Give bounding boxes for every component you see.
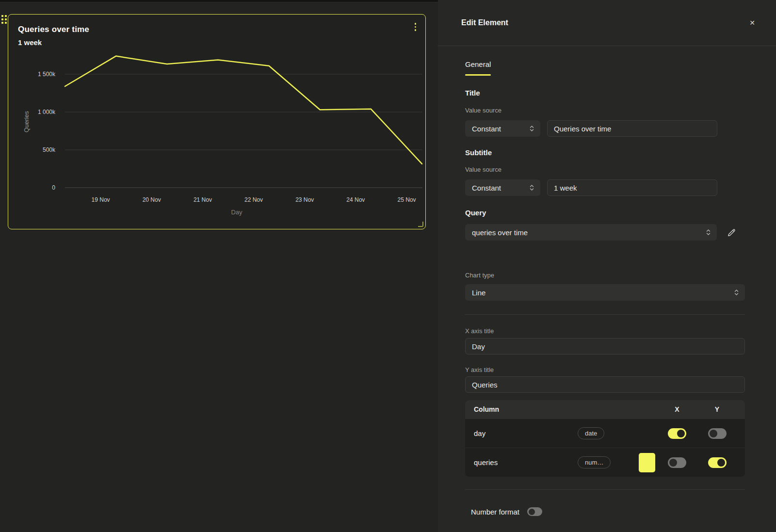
- subtitle-section-heading: Subtitle: [465, 148, 745, 157]
- column-type-badge: num…: [578, 456, 611, 468]
- line-chart: 0500k1 000k1 500k19 Nov20 Nov21 Nov22 No…: [8, 15, 426, 230]
- tab-bar: General: [457, 60, 745, 76]
- close-icon[interactable]: ✕: [747, 17, 758, 28]
- columns-table-header: Column X Y: [465, 400, 745, 419]
- divider: [465, 314, 745, 315]
- x-axis-toggle[interactable]: [668, 457, 686, 468]
- y-axis-title-input[interactable]: [465, 376, 745, 393]
- x-axis-title-label: X axis title: [465, 327, 745, 335]
- panel-header: Edit Element ✕: [438, 0, 776, 46]
- column-name: queries: [474, 458, 578, 467]
- svg-text:Day: Day: [231, 209, 242, 216]
- y-axis-title-label: Y axis title: [465, 366, 745, 374]
- column-header: Column: [474, 405, 660, 413]
- columns-table: Column X Y day date queries num…: [465, 400, 745, 477]
- chevron-updown-icon: [729, 289, 739, 296]
- tab-general[interactable]: General: [457, 60, 499, 76]
- y-axis-toggle[interactable]: [708, 457, 727, 468]
- panel-title: Edit Element: [461, 18, 508, 27]
- tab-general-label: General: [465, 60, 491, 68]
- top-bar: [0, 0, 438, 2]
- svg-text:0: 0: [52, 184, 55, 191]
- svg-text:25 Nov: 25 Nov: [397, 196, 416, 203]
- chart-type-select[interactable]: Line: [465, 284, 745, 301]
- x-header: X: [660, 405, 694, 413]
- title-source-select[interactable]: Constant: [465, 120, 540, 137]
- svg-text:24 Nov: 24 Nov: [346, 196, 365, 203]
- x-axis-title-input[interactable]: [465, 338, 745, 355]
- svg-text:22 Nov: 22 Nov: [244, 196, 263, 203]
- number-format-label: Number format: [471, 508, 519, 516]
- y-header: Y: [694, 405, 740, 413]
- title-source-value: Constant: [472, 125, 501, 133]
- column-type-badge: date: [578, 427, 604, 439]
- y-axis-toggle[interactable]: [708, 428, 727, 439]
- column-name: day: [474, 429, 578, 437]
- table-row: day date: [465, 419, 745, 448]
- title-section-heading: Title: [465, 89, 745, 97]
- query-select-value: queries over time: [472, 228, 528, 237]
- svg-text:1 500k: 1 500k: [38, 71, 56, 78]
- card-drag-handle-icon[interactable]: [1, 15, 7, 24]
- subtitle-value-input[interactable]: [547, 179, 717, 196]
- svg-text:1 000k: 1 000k: [38, 109, 56, 115]
- number-format-toggle[interactable]: [527, 507, 542, 516]
- subtitle-source-select[interactable]: Constant: [465, 179, 540, 196]
- query-section-heading: Query: [465, 209, 745, 217]
- svg-text:500k: 500k: [43, 146, 56, 153]
- number-format-row: Number format: [465, 507, 745, 516]
- x-axis-toggle[interactable]: [668, 428, 686, 439]
- svg-text:23 Nov: 23 Nov: [295, 196, 314, 203]
- query-select[interactable]: queries over time: [465, 224, 717, 241]
- active-tab-underline: [465, 74, 491, 76]
- card-resize-handle-icon[interactable]: [418, 222, 423, 227]
- title-value-source-label: Value source: [465, 107, 745, 114]
- chart-title: Queries over time: [18, 25, 89, 34]
- chevron-updown-icon: [701, 228, 711, 236]
- chevron-updown-icon: [524, 125, 534, 132]
- chart-type-label: Chart type: [465, 272, 745, 279]
- edit-element-panel: Edit Element ✕ General Title Value sourc…: [438, 0, 776, 532]
- chart-subtitle: 1 week: [18, 38, 42, 47]
- divider: [465, 489, 745, 490]
- edit-query-pencil-icon[interactable]: [726, 226, 738, 239]
- svg-text:Queries: Queries: [23, 111, 30, 132]
- subtitle-value-source-label: Value source: [465, 166, 745, 174]
- svg-text:20 Nov: 20 Nov: [143, 196, 161, 203]
- svg-text:21 Nov: 21 Nov: [194, 196, 212, 203]
- subtitle-source-value: Constant: [472, 184, 501, 192]
- card-menu-icon[interactable]: [413, 21, 418, 32]
- app-window: 0500k1 000k1 500k19 Nov20 Nov21 Nov22 No…: [0, 0, 776, 532]
- chart-card[interactable]: 0500k1 000k1 500k19 Nov20 Nov21 Nov22 No…: [8, 14, 426, 229]
- title-value-input[interactable]: [547, 120, 717, 137]
- chevron-updown-icon: [524, 184, 534, 192]
- svg-text:19 Nov: 19 Nov: [92, 196, 110, 203]
- series-color-swatch[interactable]: [639, 453, 655, 472]
- chart-type-value: Line: [472, 289, 485, 297]
- table-row: queries num…: [465, 448, 745, 477]
